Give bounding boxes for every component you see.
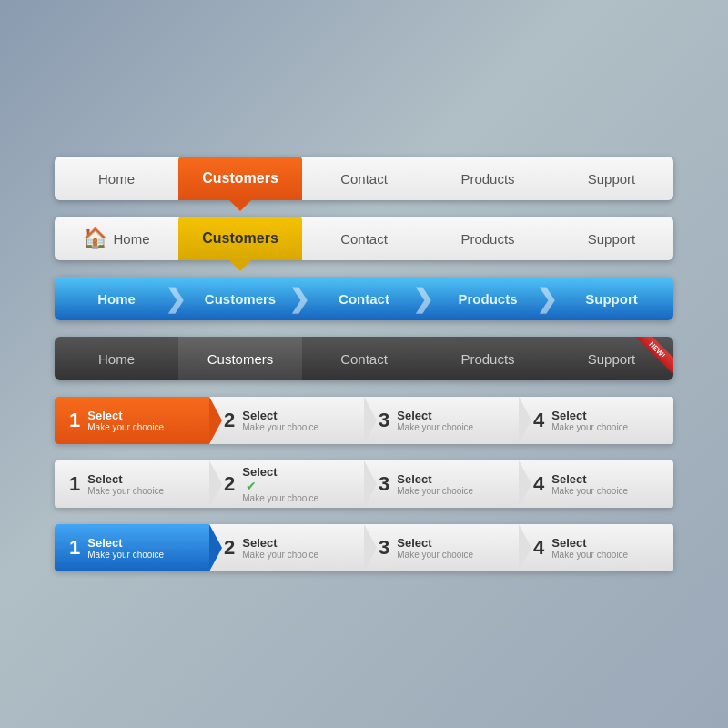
nav3-support[interactable]: Support bbox=[550, 277, 673, 320]
step2-item-4[interactable]: 4 Select Make your chooice bbox=[519, 460, 673, 508]
step1-item-4[interactable]: 4 Select Make your chooice bbox=[519, 397, 673, 444]
step1-item-1[interactable]: 1 Select Make your chooice bbox=[55, 397, 209, 444]
nav4-customers[interactable]: Customers bbox=[178, 337, 302, 380]
step3-title-1: Select bbox=[87, 536, 164, 550]
step1-item-3[interactable]: 3 Select Make your chooice bbox=[364, 397, 519, 444]
step2-num-1: 1 bbox=[69, 474, 80, 494]
step2-sub-2: Make your chooice bbox=[242, 493, 318, 503]
nav3-home[interactable]: Home bbox=[55, 277, 178, 320]
navbar-3: Home Customers Contact Products Support bbox=[55, 277, 673, 320]
nav1-customers[interactable]: Customers bbox=[178, 157, 302, 200]
nav2-home[interactable]: 🏠 Home bbox=[55, 217, 178, 260]
step2-num-3: 3 bbox=[379, 474, 389, 494]
nav1-products[interactable]: Products bbox=[426, 157, 550, 200]
navbar-2: 🏠 Home Customers Contact Products Suppor… bbox=[55, 217, 673, 260]
step2-sub-3: Make your chooice bbox=[397, 486, 473, 496]
step3-item-3[interactable]: 3 Select Make your chooice bbox=[364, 524, 519, 571]
checkmark-icon: ✔ bbox=[246, 479, 318, 493]
step3-sub-2: Make your chooice bbox=[242, 550, 318, 560]
new-ribbon bbox=[628, 337, 673, 382]
step1-sub-4: Make your chooice bbox=[551, 422, 628, 432]
step1-title-3: Select bbox=[397, 409, 473, 422]
nav2-products[interactable]: Products bbox=[426, 217, 550, 260]
step2-title-1: Select bbox=[87, 472, 164, 486]
step3-title-4: Select bbox=[551, 536, 628, 550]
step1-sub-2: Make your chooice bbox=[242, 422, 318, 432]
step2-num-2: 2 bbox=[224, 474, 235, 494]
step1-sub-3: Make your chooice bbox=[397, 422, 473, 432]
step3-sub-1: Make your chooice bbox=[87, 550, 164, 560]
step3-num-2: 2 bbox=[224, 538, 235, 558]
navbar-4: Home Customers Contact Products Support bbox=[55, 337, 673, 380]
step1-num-3: 3 bbox=[379, 410, 389, 430]
step3-num-1: 1 bbox=[69, 538, 80, 558]
nav4-support[interactable]: Support bbox=[550, 337, 673, 380]
step1-num-1: 1 bbox=[69, 410, 80, 430]
nav1-contact[interactable]: Contact bbox=[302, 157, 426, 200]
step3-title-3: Select bbox=[397, 536, 473, 550]
step2-item-2[interactable]: 2 Select ✔ Make your chooice bbox=[209, 460, 364, 508]
step1-sub-1: Make your chooice bbox=[87, 422, 164, 432]
step-bar-3: 1 Select Make your chooice 2 Select Make… bbox=[55, 524, 673, 571]
step3-title-2: Select bbox=[242, 536, 318, 550]
step1-num-2: 2 bbox=[224, 410, 235, 430]
nav4-contact[interactable]: Contact bbox=[302, 337, 426, 380]
home-icon: 🏠 bbox=[83, 227, 107, 250]
step1-title-2: Select bbox=[242, 409, 318, 422]
step2-num-4: 4 bbox=[533, 474, 544, 494]
step2-title-4: Select bbox=[551, 472, 628, 486]
step3-item-4[interactable]: 4 Select Make your chooice bbox=[519, 524, 673, 571]
nav2-customers[interactable]: Customers bbox=[178, 217, 302, 260]
step3-num-4: 4 bbox=[533, 538, 544, 558]
step2-item-3[interactable]: 3 Select Make your chooice bbox=[364, 460, 519, 508]
step2-sub-1: Make your chooice bbox=[87, 486, 164, 496]
step-bar-2: 1 Select Make your chooice 2 Select ✔ Ma… bbox=[55, 460, 673, 508]
step1-item-2[interactable]: 2 Select Make your chooice bbox=[209, 397, 364, 444]
step2-item-1[interactable]: 1 Select Make your chooice bbox=[55, 460, 209, 508]
step2-title-2: Select bbox=[242, 465, 318, 479]
step3-item-2[interactable]: 2 Select Make your chooice bbox=[209, 524, 364, 571]
nav3-customers[interactable]: Customers bbox=[178, 277, 302, 320]
step1-title-4: Select bbox=[551, 409, 628, 422]
step1-num-4: 4 bbox=[533, 410, 544, 430]
step2-title-3: Select bbox=[397, 472, 473, 486]
nav1-support[interactable]: Support bbox=[550, 157, 673, 200]
nav4-home[interactable]: Home bbox=[55, 337, 178, 380]
nav2-support[interactable]: Support bbox=[550, 217, 673, 260]
step3-item-1[interactable]: 1 Select Make your chooice bbox=[55, 524, 209, 571]
step3-sub-4: Make your chooice bbox=[551, 550, 628, 560]
step1-title-1: Select bbox=[87, 409, 164, 422]
navbar-1: Home Customers Contact Products Support bbox=[55, 157, 673, 200]
nav1-home[interactable]: Home bbox=[55, 157, 178, 200]
nav4-products[interactable]: Products bbox=[426, 337, 550, 380]
step3-sub-3: Make your chooice bbox=[397, 550, 473, 560]
nav2-contact[interactable]: Contact bbox=[302, 217, 426, 260]
step-bar-1: 1 Select Make your chooice 2 Select Make… bbox=[55, 397, 673, 444]
nav3-products[interactable]: Products bbox=[426, 277, 550, 320]
nav3-contact[interactable]: Contact bbox=[302, 277, 426, 320]
step2-sub-4: Make your chooice bbox=[551, 486, 628, 496]
step3-num-3: 3 bbox=[379, 538, 389, 558]
